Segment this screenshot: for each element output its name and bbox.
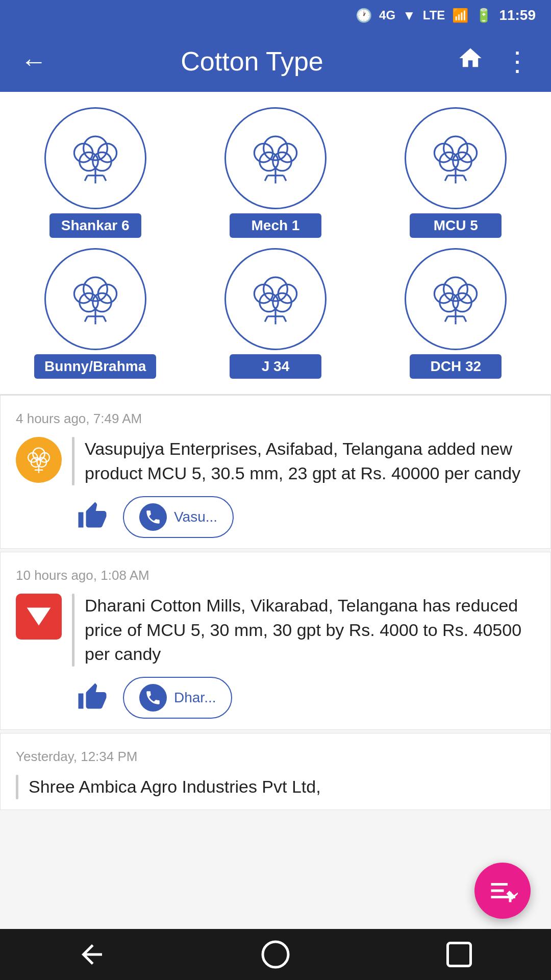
svg-line-47: [265, 316, 267, 322]
feed-text-1: Vasupujya Enterprises, Asifabad, Telanga…: [85, 437, 535, 485]
like-button-1[interactable]: [72, 496, 113, 538]
nav-recent-button[interactable]: [423, 934, 495, 975]
bottom-navigation: [0, 929, 551, 980]
feed-avatar-2: [16, 594, 62, 640]
feed-card-2: 10 hours ago, 1:08 AM Dharani Cotton Mil…: [0, 552, 551, 730]
feed-content-row-3: Shree Ambica Agro Industries Pvt Ltd,: [16, 775, 535, 799]
cotton-circle-mech1: [224, 107, 327, 209]
svg-point-50: [444, 277, 468, 301]
cotton-item-bunnybrahma[interactable]: Bunny/Brahma: [10, 248, 180, 379]
cotton-label-j34: J 34: [230, 354, 321, 379]
feed-actions-1: Vasu...: [16, 496, 535, 538]
cotton-ball-icon-1: [21, 442, 57, 478]
svg-line-37: [85, 316, 87, 322]
svg-line-58: [464, 316, 466, 322]
svg-point-0: [83, 136, 107, 160]
svg-point-40: [264, 277, 288, 301]
feed-time-2: 10 hours ago, 1:08 AM: [16, 568, 535, 583]
feed-time-3: Yesterday, 12:34 PM: [16, 749, 535, 765]
cotton-icon-dch32: [422, 266, 489, 332]
network-4g: 4G: [379, 8, 395, 22]
feed-actions-2: Dhar...: [16, 677, 535, 719]
nav-recent-icon: [444, 939, 474, 970]
feed-text-2: Dharani Cotton Mills, Vikarabad, Telanga…: [85, 594, 535, 667]
cotton-item-dch32[interactable]: DCH 32: [371, 248, 541, 379]
status-icons: 🕐 4G ▼ LTE 📶 🔋 11:59: [356, 7, 536, 23]
feed-text-3: Shree Ambica Agro Industries Pvt Ltd,: [29, 775, 535, 799]
call-button-2[interactable]: Dhar...: [123, 677, 232, 719]
cotton-label-shankar6: Shankar 6: [49, 213, 141, 238]
home-button[interactable]: [452, 40, 489, 83]
cotton-label-bunnybrahma: Bunny/Brahma: [34, 354, 156, 379]
feed-divider-3: [16, 775, 18, 799]
svg-point-67: [263, 942, 288, 967]
signal-icon: 📶: [452, 8, 468, 23]
fab-add-button[interactable]: [474, 863, 531, 919]
svg-line-28: [464, 176, 466, 181]
cotton-icon-mech1: [242, 125, 309, 191]
svg-line-27: [445, 176, 448, 181]
call-button-1[interactable]: Vasu...: [123, 496, 234, 538]
feed-avatar-1: [16, 437, 62, 483]
svg-line-57: [445, 316, 448, 322]
like-button-2[interactable]: [72, 677, 113, 719]
cotton-circle-dch32: [405, 248, 507, 350]
add-list-icon: [487, 875, 518, 906]
nav-home-icon: [260, 939, 291, 970]
phone-circle-1: [139, 503, 167, 531]
svg-line-48: [284, 316, 286, 322]
lte-label: LTE: [423, 8, 445, 22]
nav-back-icon: [77, 939, 107, 970]
cotton-item-mech1[interactable]: Mech 1: [190, 107, 360, 238]
cotton-item-mcu5[interactable]: MCU 5: [371, 107, 541, 238]
cotton-item-shankar6[interactable]: Shankar 6: [10, 107, 180, 238]
call-label-1: Vasu...: [174, 509, 217, 525]
feed-content-row-1: Vasupujya Enterprises, Asifabad, Telanga…: [16, 437, 535, 485]
header-right-actions: ⋮: [452, 40, 536, 83]
cotton-circle-j34: [224, 248, 327, 350]
cotton-circle-shankar6: [44, 107, 146, 209]
cotton-circle-mcu5: [405, 107, 507, 209]
feed-time-1: 4 hours ago, 7:49 AM: [16, 411, 535, 427]
svg-point-20: [444, 136, 468, 160]
cotton-icon-j34: [242, 266, 309, 332]
svg-line-18: [284, 176, 286, 181]
cotton-circle-bunnybrahma: [44, 248, 146, 350]
phone-circle-2: [139, 684, 167, 712]
more-options-button[interactable]: ⋮: [499, 41, 536, 82]
cotton-icon-shankar6: [62, 125, 129, 191]
svg-line-7: [85, 176, 87, 181]
cotton-icon-mcu5: [422, 125, 489, 191]
cotton-label-mech1: Mech 1: [230, 213, 321, 238]
call-label-2: Dhar...: [174, 690, 216, 706]
feed-divider-1: [72, 437, 74, 485]
page-title: Cotton Type: [67, 46, 437, 77]
phone-icon-2: [144, 689, 162, 706]
cotton-item-j34[interactable]: J 34: [190, 248, 360, 379]
feed-content-row-2: Dharani Cotton Mills, Vikarabad, Telanga…: [16, 594, 535, 667]
down-arrow-icon-2: [21, 599, 57, 634]
time-display: 11:59: [499, 7, 536, 23]
cotton-label-mcu5: MCU 5: [410, 213, 502, 238]
alarm-icon: 🕐: [356, 8, 372, 23]
back-button[interactable]: ←: [15, 41, 52, 82]
feed-card-3: Yesterday, 12:34 PM Shree Ambica Agro In…: [0, 733, 551, 810]
svg-point-30: [83, 277, 107, 301]
wifi-icon: ▼: [403, 8, 416, 23]
svg-rect-68: [448, 943, 471, 966]
svg-line-38: [103, 316, 106, 322]
cotton-icon-bunnybrahma: [62, 266, 129, 332]
cotton-label-dch32: DCH 32: [410, 354, 502, 379]
thumbs-up-icon-1: [77, 501, 108, 531]
svg-line-17: [265, 176, 267, 181]
app-header: ← Cotton Type ⋮: [0, 31, 551, 92]
svg-point-10: [264, 136, 288, 160]
battery-icon: 🔋: [475, 8, 492, 23]
home-icon: [457, 45, 484, 71]
svg-line-8: [103, 176, 106, 181]
feed-card-1: 4 hours ago, 7:49 AM Vasupujya Enterpris…: [0, 395, 551, 549]
nav-home-button[interactable]: [240, 934, 311, 975]
feed-container: 4 hours ago, 7:49 AM Vasupujya Enterpris…: [0, 395, 551, 929]
nav-back-button[interactable]: [56, 934, 128, 975]
phone-icon-1: [144, 508, 162, 526]
